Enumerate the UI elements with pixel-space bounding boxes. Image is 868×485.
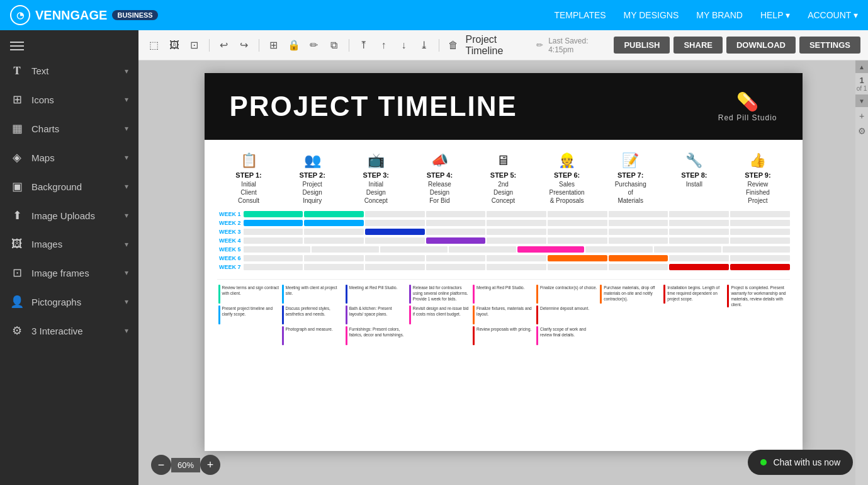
sidebar-item-maps[interactable]: ◈ Maps ▾ bbox=[0, 143, 138, 172]
step-col-9: 👍 STEP 9: ReviewFinishedProject bbox=[726, 152, 789, 205]
w1c7 bbox=[609, 211, 668, 217]
tool-layer-down[interactable]: ⤓ bbox=[416, 37, 432, 54]
week1-cells bbox=[244, 211, 790, 217]
chat-widget[interactable]: Chat with us now bbox=[748, 450, 853, 475]
nav-my-designs[interactable]: MY DESIGNS bbox=[624, 10, 679, 20]
desc-bar-19 bbox=[727, 285, 729, 307]
w2c9 bbox=[730, 220, 790, 226]
sidebar-item-image-frames[interactable]: ⊡ Image frames ▾ bbox=[0, 258, 138, 287]
sidebar-menu-toggle[interactable] bbox=[0, 35, 138, 57]
step5-title: 2ndDesignConcept bbox=[492, 180, 515, 205]
w6c8 bbox=[669, 255, 729, 261]
desc-bar-8 bbox=[346, 326, 347, 345]
page-settings-button[interactable]: ⚙ bbox=[855, 125, 868, 137]
step2-title: ProjectDesignInquiry bbox=[303, 180, 322, 205]
images-icon: 🖼 bbox=[10, 237, 24, 251]
w6c1 bbox=[244, 255, 303, 261]
sidebar-item-pictographs[interactable]: 👤 Pictographs ▾ bbox=[0, 287, 138, 316]
w6c2 bbox=[304, 255, 364, 261]
tool-down[interactable]: ↓ bbox=[396, 37, 412, 54]
w2c7 bbox=[609, 220, 668, 226]
maps-icon: ◈ bbox=[10, 151, 24, 164]
desc-6-text-2: Determine deposit amount. bbox=[540, 305, 589, 324]
w7c3 bbox=[365, 264, 425, 270]
w4c7 bbox=[609, 237, 668, 244]
week-grid: WEEK 1 WEEK 2 bbox=[217, 210, 790, 271]
desc-bar-11 bbox=[473, 285, 475, 304]
toolbar-action-buttons: PUBLISH SHARE DOWNLOAD SETTINGS bbox=[614, 37, 860, 54]
week1-label: WEEK 1 bbox=[217, 211, 241, 217]
sidebar-item-background[interactable]: ▣ Background ▾ bbox=[0, 172, 138, 201]
week-row-4: WEEK 4 bbox=[217, 236, 790, 245]
w6c4 bbox=[426, 255, 486, 261]
week-row-6: WEEK 6 bbox=[217, 254, 790, 263]
w1c8 bbox=[669, 211, 729, 217]
step9-number: STEP 9: bbox=[745, 171, 770, 179]
nav-help[interactable]: HELP ▾ bbox=[760, 10, 790, 20]
document-title[interactable]: Project Timeline bbox=[466, 34, 532, 57]
w3c1 bbox=[244, 229, 303, 235]
separator-4 bbox=[439, 39, 439, 52]
w7c4 bbox=[426, 264, 486, 270]
zoom-out-button[interactable]: − bbox=[151, 455, 171, 475]
edit-title-icon[interactable]: ✏ bbox=[536, 40, 543, 50]
sidebar-item-text[interactable]: 𝐓 Text ▾ bbox=[0, 57, 138, 85]
last-saved: Last Saved: 4:15pm bbox=[548, 37, 610, 54]
sidebar-item-icons[interactable]: ⊞ Icons ▾ bbox=[0, 85, 138, 114]
settings-button[interactable]: SETTINGS bbox=[799, 37, 860, 54]
w2c4 bbox=[426, 220, 486, 226]
tool-image[interactable]: 🖼 bbox=[166, 37, 183, 54]
scroll-down-button[interactable]: ▼ bbox=[855, 94, 868, 107]
publish-button[interactable]: PUBLISH bbox=[614, 37, 670, 54]
w6c5 bbox=[487, 255, 546, 261]
sidebar-item-image-uploads[interactable]: ⬆ Image Uploads ▾ bbox=[0, 201, 138, 230]
step7-number: STEP 7: bbox=[617, 171, 643, 179]
week-row-7: WEEK 7 bbox=[217, 263, 790, 271]
w3c7 bbox=[609, 229, 668, 235]
sidebar-label-uploads: Image Uploads bbox=[31, 210, 95, 221]
w1c9 bbox=[730, 211, 790, 217]
desc-bar-1 bbox=[218, 285, 220, 304]
tool-redo[interactable]: ↪ bbox=[236, 37, 252, 54]
nav-templates[interactable]: TEMPLATES bbox=[554, 10, 606, 20]
tool-lock[interactable]: 🔒 bbox=[286, 37, 302, 54]
zoom-in-button[interactable]: + bbox=[200, 455, 220, 475]
scroll-up-button[interactable]: ▲ bbox=[855, 60, 868, 73]
download-button[interactable]: DOWNLOAD bbox=[726, 37, 796, 54]
step-col-6: 👷 STEP 6: SalesPresentation& Proposals bbox=[535, 152, 599, 205]
tool-layer-up[interactable]: ⤒ bbox=[356, 37, 372, 54]
tool-crop[interactable]: ⊡ bbox=[186, 37, 203, 54]
desc-7-text-1: Purchase materials, drop off materials o… bbox=[604, 285, 661, 304]
nav-my-brand[interactable]: MY BRAND bbox=[696, 10, 743, 20]
tool-up[interactable]: ↑ bbox=[376, 37, 392, 54]
w3c4 bbox=[426, 229, 486, 235]
tool-edit[interactable]: ✏ bbox=[306, 37, 322, 54]
add-page-button[interactable]: + bbox=[855, 110, 868, 122]
step8-title: Install bbox=[686, 180, 702, 203]
tool-copy[interactable]: ⧉ bbox=[326, 37, 342, 54]
tool-resize[interactable]: ⊞ bbox=[266, 37, 282, 54]
sidebar-label-pictographs: Pictographs bbox=[31, 297, 81, 307]
logo-pill-icon: 💊 bbox=[736, 91, 758, 112]
sidebar-item-images[interactable]: 🖼 Images ▾ bbox=[0, 230, 138, 258]
tool-delete[interactable]: 🗑 bbox=[445, 37, 461, 54]
canvas-header: PROJECT TIMELINE 💊 Red Pill Studio bbox=[205, 73, 803, 140]
sidebar-label-images: Images bbox=[31, 239, 62, 249]
sidebar-item-charts[interactable]: ▦ Charts ▾ bbox=[0, 114, 138, 143]
sidebar-item-interactive[interactable]: ⚙ 3 Interactive ▾ bbox=[0, 316, 138, 345]
separator-2 bbox=[259, 39, 259, 52]
nav-account[interactable]: ACCOUNT ▾ bbox=[808, 10, 858, 20]
desc-bar-13 bbox=[473, 326, 475, 345]
tool-select[interactable]: ⬚ bbox=[146, 37, 162, 54]
app-logo[interactable]: ◔ VENNGAGE BUSINESS bbox=[10, 5, 158, 25]
step9-icon: 👍 bbox=[749, 152, 766, 169]
step6-number: STEP 6: bbox=[554, 171, 580, 179]
pictographs-icon: 👤 bbox=[10, 295, 24, 309]
desc-col-2: Meeting with client at project site. Dis… bbox=[281, 285, 344, 347]
icons-icon: ⊞ bbox=[10, 93, 24, 106]
chevron-icon-5: ▾ bbox=[125, 182, 128, 191]
tool-undo[interactable]: ↩ bbox=[216, 37, 232, 54]
week2-label: WEEK 2 bbox=[217, 220, 241, 226]
share-button[interactable]: SHARE bbox=[674, 37, 723, 54]
canvas-title: PROJECT TIMELINE bbox=[230, 91, 517, 122]
